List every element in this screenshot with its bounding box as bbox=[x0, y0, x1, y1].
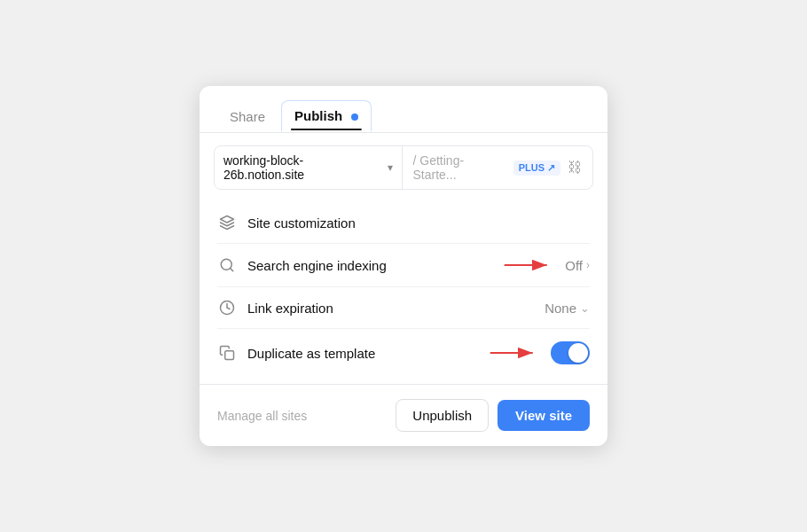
site-customization-label: Site customization bbox=[247, 215, 590, 231]
url-bar: working-block-26b.notion.site ▾ / Gettin… bbox=[214, 145, 593, 190]
view-site-button[interactable]: View site bbox=[498, 400, 590, 431]
search-engine-chevron-icon: › bbox=[586, 259, 590, 271]
duplicate-template-label: Duplicate as template bbox=[247, 346, 478, 361]
link-expiration-chevron-icon: ⌄ bbox=[580, 301, 590, 315]
plus-badge-arrow-icon: ↗ bbox=[547, 162, 555, 174]
search-engine-label: Search engine indexing bbox=[247, 258, 492, 273]
tab-share[interactable]: Share bbox=[217, 102, 278, 131]
duplicate-template-toggle[interactable] bbox=[551, 341, 590, 364]
svg-rect-5 bbox=[225, 351, 234, 360]
publish-dot-indicator bbox=[351, 113, 358, 121]
svg-line-1 bbox=[230, 268, 232, 270]
setting-link-expiration[interactable]: Link expiration None ⌄ bbox=[200, 287, 607, 328]
footer-bar: Manage all sites Unpublish View site bbox=[200, 384, 607, 446]
domain-text: working-block-26b.notion.site bbox=[223, 153, 382, 182]
unpublish-button[interactable]: Unpublish bbox=[396, 399, 489, 432]
duplicate-template-control bbox=[489, 341, 590, 364]
red-arrow-search-icon bbox=[503, 256, 556, 274]
setting-search-engine-indexing[interactable]: Search engine indexing Off › bbox=[200, 244, 607, 286]
plus-badge-label: PLUS bbox=[519, 162, 545, 173]
search-engine-icon bbox=[217, 257, 237, 273]
setting-site-customization[interactable]: Site customization bbox=[200, 202, 607, 243]
link-expiration-label: Link expiration bbox=[247, 301, 534, 316]
link-expiration-icon bbox=[217, 300, 237, 316]
duplicate-template-icon bbox=[217, 345, 237, 361]
settings-list: Site customization Search engine indexin… bbox=[200, 199, 607, 380]
site-customization-icon bbox=[217, 215, 237, 231]
plus-badge[interactable]: PLUS ↗ bbox=[513, 160, 560, 176]
tab-active-underline bbox=[291, 129, 362, 130]
publish-panel: Share Publish working-block-26b.notion.s… bbox=[200, 86, 607, 446]
url-path-text: / Getting-Starte... bbox=[413, 153, 506, 182]
setting-duplicate-template[interactable]: Duplicate as template bbox=[200, 329, 607, 377]
tabs-container: Share Publish bbox=[200, 86, 607, 132]
tab-divider bbox=[200, 132, 607, 133]
domain-chevron-icon: ▾ bbox=[388, 161, 393, 174]
red-arrow-template-icon bbox=[489, 344, 542, 362]
link-expiration-value: None ⌄ bbox=[545, 301, 590, 316]
tab-publish-label: Publish bbox=[294, 108, 342, 123]
search-engine-off-text: Off bbox=[565, 258, 583, 273]
domain-selector[interactable]: working-block-26b.notion.site ▾ bbox=[215, 146, 403, 189]
manage-all-sites-link[interactable]: Manage all sites bbox=[217, 409, 396, 423]
tab-share-label: Share bbox=[230, 109, 265, 124]
link-expiration-none-text: None bbox=[545, 301, 576, 316]
tab-publish[interactable]: Publish bbox=[281, 100, 372, 132]
search-engine-value: Off › bbox=[503, 256, 590, 274]
url-path-area: / Getting-Starte... PLUS ↗ ⛓ bbox=[403, 146, 593, 189]
copy-link-icon[interactable]: ⛓ bbox=[568, 160, 582, 176]
toggle-knob bbox=[568, 343, 588, 363]
